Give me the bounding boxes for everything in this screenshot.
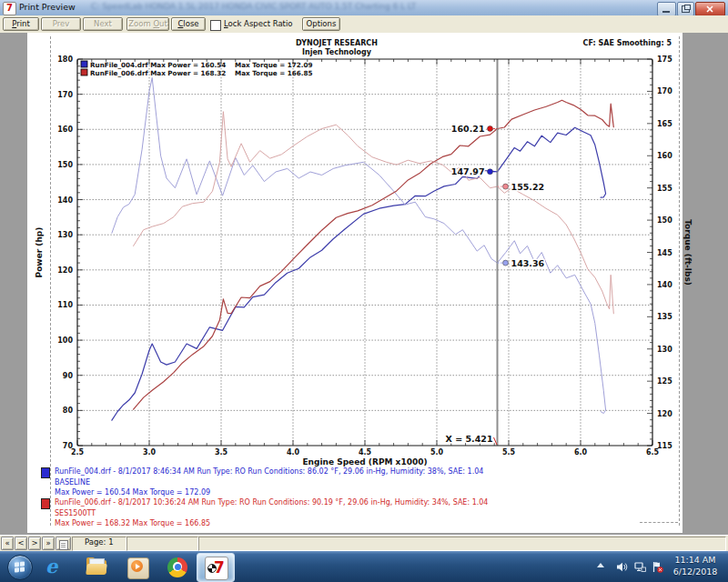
file-explorer-icon[interactable] (86, 557, 108, 578)
clock-date: 6/12/2018 (667, 566, 723, 577)
svg-text:165: 165 (657, 120, 672, 128)
tray-expand-icon[interactable] (597, 563, 604, 567)
svg-text:175: 175 (657, 55, 672, 64)
svg-text:90: 90 (63, 372, 74, 380)
network-icon[interactable] (634, 561, 646, 573)
caption-buttons (656, 2, 725, 16)
svg-text:125: 125 (657, 377, 672, 386)
svg-text:80: 80 (63, 406, 74, 415)
dyno-chart-canvas[interactable]: 2.53.03.54.04.55.05.56.06.57080901001101… (0, 33, 728, 535)
svg-text:170: 170 (57, 91, 73, 99)
run-color-swatch (41, 498, 50, 509)
run-color-swatch (41, 467, 50, 478)
taskbar-clock[interactable]: 11:14 AM 6/12/2018 (667, 554, 723, 577)
svg-text:X = 5.421: X = 5.421 (446, 434, 493, 444)
svg-text:Power (hp): Power (hp) (35, 227, 44, 278)
prev-button[interactable]: Prev (41, 17, 81, 31)
first-page-button[interactable]: « (1, 537, 14, 550)
svg-text:100: 100 (57, 336, 73, 345)
run-max-values: Max Power = 160.54 Max Torque = 172.09 (55, 487, 483, 498)
svg-text:135: 135 (657, 313, 672, 321)
svg-text:3.0: 3.0 (143, 448, 157, 457)
volume-icon[interactable] (616, 561, 628, 573)
svg-text:2.5: 2.5 (71, 448, 85, 457)
media-player-icon[interactable] (127, 557, 149, 578)
print-preview-window: 7 Print Preview C: SpeedLab HONDA 1.5L 2… (0, 0, 728, 582)
taskbar: e 7 (0, 551, 728, 582)
toolbar: Print Prev Next Zoom Out Close Lock Aspe… (0, 15, 728, 34)
svg-text:147.97: 147.97 (451, 166, 485, 176)
restore-button[interactable] (677, 2, 694, 16)
status-panel (198, 537, 726, 551)
winpep7-taskbar-button[interactable]: 7 (197, 553, 235, 582)
checkered-flag-icon (207, 564, 217, 573)
zoom-out-button[interactable]: Zoom Out (126, 17, 169, 31)
page-setup-button[interactable] (56, 537, 71, 550)
page-icon (59, 540, 68, 550)
svg-text:120: 120 (657, 410, 672, 418)
close-icon (705, 5, 714, 14)
next-button[interactable]: Next (83, 17, 123, 31)
run-name: SES1500TT (55, 508, 488, 519)
svg-text:4.0: 4.0 (287, 448, 300, 457)
winpep-window-icon: 7 (3, 2, 16, 15)
svg-text:180: 180 (57, 55, 73, 64)
svg-text:Torque (ft-lbs): Torque (ft-lbs) (683, 219, 693, 286)
prev-page-button[interactable]: < (15, 537, 27, 550)
svg-text:3.5: 3.5 (215, 448, 228, 457)
svg-text:140: 140 (657, 281, 672, 289)
svg-text:70: 70 (63, 442, 74, 450)
preview-area: DYNOJET RESEARCH Injen Technology CF: SA… (0, 33, 728, 535)
action-center-flag-icon[interactable] (652, 561, 663, 573)
svg-text:Max Torque = 166.85: Max Torque = 166.85 (235, 69, 312, 77)
svg-text:5.5: 5.5 (502, 448, 516, 457)
svg-text:140: 140 (57, 196, 73, 205)
status-panel (126, 537, 198, 551)
last-page-button[interactable]: » (42, 537, 55, 550)
svg-text:5.0: 5.0 (430, 448, 444, 457)
svg-text:4.5: 4.5 (359, 448, 372, 457)
windows-logo-icon (15, 561, 25, 572)
clock-time: 11:14 AM (667, 554, 723, 566)
close-preview-button[interactable]: Close (171, 17, 206, 31)
run-info-ses1500tt: RunFile_006.drf - 8/1/2017 10:36:24 AM R… (41, 497, 488, 529)
lock-aspect-ratio-checkbox[interactable] (210, 20, 221, 31)
lock-aspect-ratio-label: Lock Aspect Ratio (224, 19, 293, 28)
svg-text:155.22: 155.22 (511, 182, 545, 192)
chrome-icon[interactable] (167, 557, 189, 578)
run-max-values: Max Power = 168.32 Max Torque = 166.85 (55, 518, 488, 529)
minimize-button[interactable] (657, 2, 676, 16)
svg-text:130: 130 (57, 231, 73, 239)
svg-text:160: 160 (657, 152, 672, 160)
run-info-baseline: RunFile_004.drf - 8/1/2017 8:46:34 AM Ru… (41, 467, 483, 498)
titlebar[interactable]: 7 Print Preview C: SpeedLab HONDA 1.5L 2… (0, 0, 728, 16)
svg-text:RunFile_004.drf Max Power = 16: RunFile_004.drf Max Power = 160.54 (90, 61, 226, 69)
page-number-label: Page: 1 (85, 537, 114, 547)
close-window-button[interactable] (695, 2, 725, 16)
svg-text:145: 145 (657, 249, 672, 257)
run-details: RunFile_006.drf - 8/1/2017 10:36:24 AM R… (55, 497, 488, 508)
svg-text:115: 115 (657, 442, 672, 450)
statusbar: « < > » Page: 1 (0, 535, 728, 552)
run-details: RunFile_004.drf - 8/1/2017 8:46:34 AM Ru… (55, 467, 483, 477)
run-name: BASELINE (55, 477, 483, 488)
svg-text:150: 150 (57, 161, 73, 169)
options-button[interactable]: Options (302, 17, 340, 31)
svg-text:Max Torque = 172.09: Max Torque = 172.09 (235, 61, 312, 69)
svg-text:143.36: 143.36 (511, 258, 545, 268)
window-title: Print Preview (19, 2, 76, 12)
print-button[interactable]: Print (3, 17, 39, 31)
svg-text:RunFile_006.drf Max Power = 16: RunFile_006.drf Max Power = 168.32 (90, 69, 226, 77)
start-button[interactable] (7, 555, 33, 580)
svg-text:150: 150 (657, 216, 672, 225)
svg-text:120: 120 (57, 266, 73, 275)
winpep7-icon: 7 (205, 557, 228, 580)
svg-text:170: 170 (657, 87, 672, 95)
minimize-icon (662, 11, 670, 13)
svg-text:160.21: 160.21 (451, 124, 485, 134)
internet-explorer-icon[interactable]: e (46, 557, 67, 578)
svg-text:130: 130 (657, 346, 672, 354)
svg-text:6.0: 6.0 (574, 448, 588, 457)
next-page-button[interactable]: > (28, 537, 41, 550)
svg-text:Engine Speed (RPM x1000): Engine Speed (RPM x1000) (302, 457, 427, 467)
